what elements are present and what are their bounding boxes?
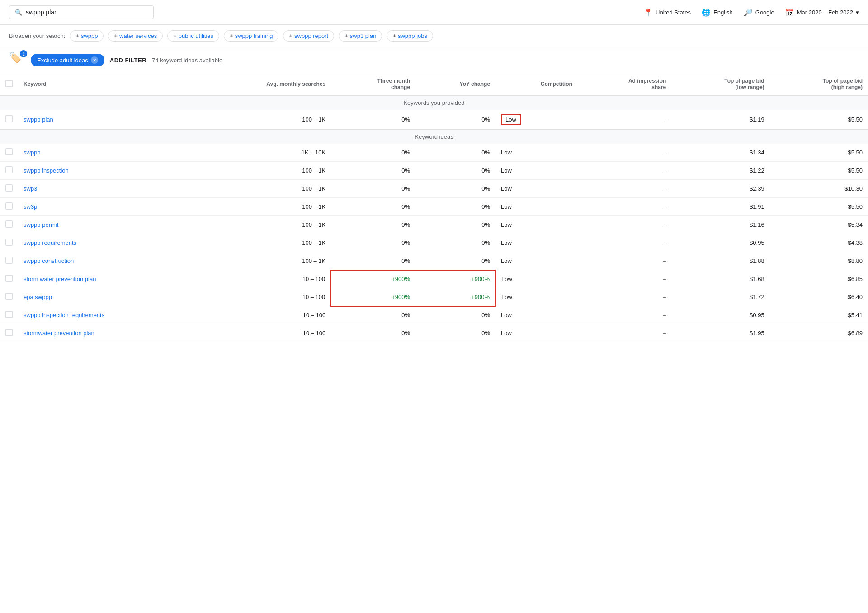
exclude-adult-label: Exclude adult ideas: [37, 57, 88, 64]
chip-label: swppp: [81, 33, 98, 39]
bid-high-cell: $8.80: [770, 252, 868, 270]
bid-low-cell: $1.95: [671, 324, 769, 342]
ad-share-cell: –: [578, 198, 672, 216]
table-row: storm water prevention plan10 – 100+900%…: [0, 270, 868, 288]
broaden-chip-public-utilities[interactable]: + public utilities: [167, 30, 219, 42]
keyword-cell: epa swppp: [18, 288, 196, 306]
header-yoy: YoY change: [415, 73, 495, 95]
ad-share-cell: –: [578, 252, 672, 270]
avg-monthly-cell: 100 – 1K: [196, 162, 331, 180]
competition-cell: Low: [495, 162, 578, 180]
broaden-chip-swp3-plan[interactable]: + swp3 plan: [339, 30, 382, 42]
ad-share-cell: –: [578, 180, 672, 198]
broaden-chip-swppp-jobs[interactable]: + swppp jobs: [387, 30, 433, 42]
plus-icon: +: [344, 33, 348, 39]
yoy-cell: 0%: [415, 180, 495, 198]
ad-share-cell: –: [578, 162, 672, 180]
table-section-header: Keywords you provided: [0, 95, 868, 110]
filter-icon: 🏷️: [9, 52, 21, 63]
header-bid-low: Top of page bid(low range): [671, 73, 769, 95]
header-checkbox-col: [0, 73, 18, 95]
row-checkbox-cell: [0, 288, 18, 306]
header-checkbox[interactable]: [5, 80, 13, 87]
yoy-cell: 0%: [415, 144, 495, 162]
table-header-row: Keyword Avg. monthly searches Three mont…: [0, 73, 868, 95]
keyword-cell: swppp: [18, 144, 196, 162]
three-month-cell: 0%: [331, 306, 415, 324]
location-option[interactable]: 📍 United States: [644, 8, 691, 17]
row-checkbox[interactable]: [5, 311, 13, 318]
yoy-cell: 0%: [415, 162, 495, 180]
keywords-table-container: Keyword Avg. monthly searches Three mont…: [0, 73, 868, 342]
engine-label: Google: [755, 9, 774, 16]
row-checkbox-cell: [0, 180, 18, 198]
ad-share-cell: –: [578, 270, 672, 288]
bid-high-cell: $10.30: [770, 180, 868, 198]
language-option[interactable]: 🌐 English: [702, 8, 733, 17]
row-checkbox[interactable]: [5, 166, 13, 173]
bid-low-cell: $1.34: [671, 144, 769, 162]
yoy-cell: 0%: [415, 324, 495, 342]
bid-high-cell: $5.50: [770, 162, 868, 180]
chip-label: swppp training: [235, 33, 273, 39]
row-checkbox[interactable]: [5, 115, 13, 122]
plus-icon: +: [75, 33, 79, 39]
bid-high-cell: $6.89: [770, 324, 868, 342]
keyword-cell: swppp construction: [18, 252, 196, 270]
avg-monthly-cell: 10 – 100: [196, 288, 331, 306]
broaden-chip-water-services[interactable]: + water services: [108, 30, 163, 42]
row-checkbox[interactable]: [5, 148, 13, 155]
yoy-cell: 0%: [415, 198, 495, 216]
search-box[interactable]: 🔍: [9, 5, 154, 19]
keyword-cell: swppp plan: [18, 110, 196, 130]
row-checkbox[interactable]: [5, 257, 13, 264]
three-month-cell: 0%: [331, 180, 415, 198]
row-checkbox[interactable]: [5, 293, 13, 300]
bid-high-cell: $5.50: [770, 144, 868, 162]
broaden-chip-swppp-training[interactable]: + swppp training: [224, 30, 278, 42]
bid-low-cell: $2.39: [671, 180, 769, 198]
row-checkbox[interactable]: [5, 184, 13, 192]
header-competition: Competition: [495, 73, 578, 95]
search-input[interactable]: [26, 9, 148, 16]
ad-share-cell: –: [578, 234, 672, 252]
bid-low-cell: $1.19: [671, 110, 769, 130]
top-bar: 🔍 📍 United States 🌐 English 🔎 Google 📅 M…: [0, 0, 868, 25]
row-checkbox-cell: [0, 234, 18, 252]
header-three-month: Three monthchange: [331, 73, 415, 95]
keyword-cell: swppp requirements: [18, 234, 196, 252]
three-month-cell: 0%: [331, 216, 415, 234]
row-checkbox[interactable]: [5, 220, 13, 228]
row-checkbox[interactable]: [5, 329, 13, 336]
filter-bar: 🏷️ 1 Exclude adult ideas ✕ ADD FILTER 74…: [0, 47, 868, 73]
yoy-cell: 0%: [415, 306, 495, 324]
table-row: swppp1K – 10K0%0%Low–$1.34$5.50: [0, 144, 868, 162]
exclude-close-icon[interactable]: ✕: [91, 56, 98, 64]
header-keyword: Keyword: [18, 73, 196, 95]
exclude-adult-button[interactable]: Exclude adult ideas ✕: [31, 54, 104, 66]
row-checkbox[interactable]: [5, 275, 13, 282]
location-icon: 📍: [644, 8, 653, 17]
calendar-icon: 📅: [785, 8, 794, 17]
bid-low-cell: $1.68: [671, 270, 769, 288]
competition-cell: Low: [495, 198, 578, 216]
add-filter-button[interactable]: ADD FILTER: [110, 57, 146, 64]
broaden-chip-swppp-report[interactable]: + swppp report: [283, 30, 334, 42]
chevron-down-icon: ▾: [856, 9, 859, 16]
location-label: United States: [656, 9, 691, 16]
row-checkbox-cell: [0, 162, 18, 180]
avg-monthly-cell: 100 – 1K: [196, 234, 331, 252]
row-checkbox[interactable]: [5, 202, 13, 210]
three-month-cell: 0%: [331, 110, 415, 130]
language-label: English: [713, 9, 733, 16]
row-checkbox-cell: [0, 216, 18, 234]
engine-option[interactable]: 🔎 Google: [744, 8, 774, 17]
ad-share-cell: –: [578, 110, 672, 130]
yoy-cell: 0%: [415, 234, 495, 252]
keyword-cell: swp3: [18, 180, 196, 198]
header-avg-monthly: Avg. monthly searches: [196, 73, 331, 95]
three-month-cell: 0%: [331, 144, 415, 162]
broaden-chip-swppp[interactable]: + swppp: [70, 30, 104, 42]
date-range-option[interactable]: 📅 Mar 2020 – Feb 2022 ▾: [785, 8, 859, 17]
row-checkbox[interactable]: [5, 239, 13, 246]
